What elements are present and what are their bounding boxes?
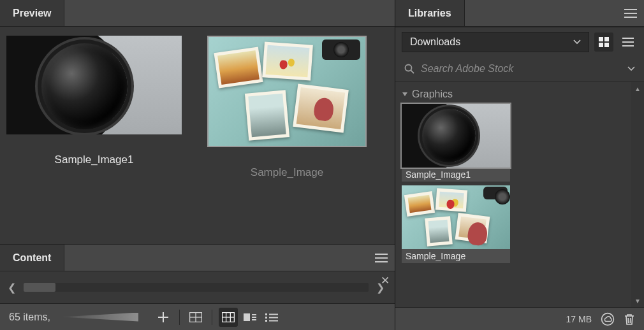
scrollbar-thumb[interactable] [24, 283, 55, 292]
item-count-label: 65 items, [9, 312, 50, 323]
preview-item-1[interactable]: Sample_Image1 [6, 36, 182, 166]
chevron-down-icon [573, 39, 581, 45]
library-group-header[interactable]: Graphics [402, 89, 625, 100]
preview-caption: Sample_Image1 [55, 154, 134, 166]
libraries-tabbar: Libraries [395, 0, 644, 27]
trash-icon[interactable] [624, 313, 635, 326]
scroll-left-icon[interactable]: ❮ [4, 278, 20, 298]
search-icon [404, 64, 414, 74]
close-icon[interactable]: ✕ [381, 274, 390, 287]
left-column: Preview Sample_Image1 Sample_Imag [0, 0, 395, 330]
libraries-vscrollbar[interactable]: ▲ ▼ [631, 82, 644, 307]
library-size-label: 17 MB [566, 314, 592, 324]
content-panel-menu-button[interactable] [368, 245, 395, 271]
scrollbar-track[interactable] [24, 283, 369, 292]
preview-item-2[interactable]: Sample_Image [207, 36, 367, 179]
svg-point-32 [406, 65, 412, 71]
scrollbar-track[interactable] [633, 95, 642, 294]
content-tabbar: Content [0, 245, 395, 271]
view-grid-small-icon[interactable] [219, 308, 238, 327]
svg-rect-12 [244, 313, 250, 321]
svg-rect-18 [265, 320, 267, 322]
cloud-sync-icon[interactable] [601, 312, 615, 326]
svg-rect-28 [604, 43, 609, 47]
library-item[interactable]: Sample_Image1 [402, 104, 510, 182]
svg-line-33 [411, 71, 414, 74]
content-footer: 65 items, [0, 303, 395, 330]
add-button[interactable] [154, 308, 173, 327]
library-view-list-icon[interactable] [618, 32, 638, 52]
svg-rect-27 [599, 43, 603, 47]
libraries-footer: 17 MB [395, 307, 644, 330]
svg-rect-25 [599, 37, 603, 41]
disclosure-triangle-icon [402, 91, 408, 97]
tab-content[interactable]: Content [0, 245, 64, 271]
library-item[interactable]: Sample_Image [402, 185, 510, 263]
libraries-scroll-area: Graphics Sample_Image1 [395, 82, 631, 307]
library-select[interactable]: Downloads [402, 32, 589, 52]
svg-rect-26 [604, 37, 609, 41]
content-panel: Content ✕ ❮ ❯ 65 items, [0, 244, 395, 330]
view-list-icon[interactable] [262, 308, 281, 327]
library-search-row [395, 56, 644, 82]
libraries-toolbar: Downloads [395, 27, 644, 56]
libraries-panel: Libraries Downloads [395, 0, 644, 330]
thumbnail-size-slider[interactable] [62, 313, 138, 322]
libraries-body: Graphics Sample_Image1 [395, 82, 644, 307]
tab-libraries[interactable]: Libraries [395, 0, 465, 26]
library-thumbnail[interactable] [402, 185, 510, 249]
divider [179, 310, 180, 325]
library-select-value: Downloads [410, 36, 460, 48]
preview-thumbnail[interactable] [6, 36, 182, 134]
library-view-grid-icon[interactable] [594, 32, 613, 52]
divider [212, 310, 212, 325]
preview-caption: Sample_Image [251, 166, 323, 179]
content-hscrollbar[interactable]: ❮ ❯ [0, 278, 395, 298]
search-input[interactable] [421, 63, 621, 75]
preview-body: Sample_Image1 Sample_Image [0, 27, 395, 244]
library-thumbnail[interactable] [402, 104, 510, 168]
scroll-down-icon[interactable]: ▼ [631, 294, 644, 307]
library-item-caption: Sample_Image1 [402, 168, 510, 182]
chevron-down-icon[interactable] [627, 66, 635, 71]
preview-thumbnail[interactable] [207, 36, 367, 147]
content-body: ✕ ❮ ❯ [0, 271, 395, 303]
tab-preview[interactable]: Preview [0, 0, 64, 26]
view-grid-large-icon[interactable] [186, 308, 205, 327]
view-thumb-list-icon[interactable] [240, 308, 260, 327]
library-item-caption: Sample_Image [402, 249, 510, 263]
svg-rect-17 [265, 317, 267, 319]
libraries-panel-menu-button[interactable] [617, 0, 644, 26]
preview-tabbar: Preview [0, 0, 395, 27]
scroll-up-icon[interactable]: ▲ [631, 82, 644, 95]
library-group-label: Graphics [412, 89, 453, 100]
app-root: Preview Sample_Image1 Sample_Imag [0, 0, 644, 330]
svg-rect-16 [265, 313, 267, 315]
